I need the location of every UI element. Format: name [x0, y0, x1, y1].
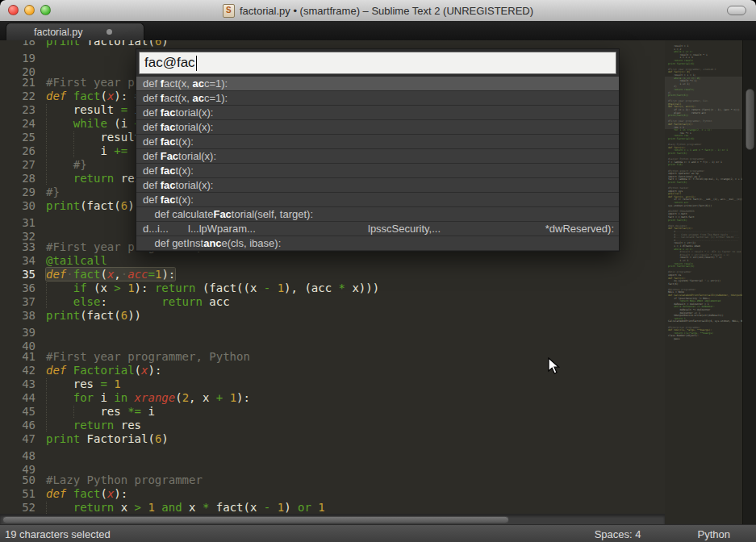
- line-number[interactable]: 25: [0, 131, 36, 144]
- goto-result-row[interactable]: def fact(x):: [136, 164, 619, 178]
- line-number[interactable]: 26: [0, 144, 36, 158]
- indent-guide-line: [46, 173, 47, 185]
- close-traffic-light-icon[interactable]: [8, 5, 19, 15]
- horizontal-scrollbar-thumb[interactable]: [2, 516, 509, 523]
- line-number[interactable]: 18: [0, 40, 36, 48]
- minimap[interactable]: result = 1 i = 2 while i <= x: result = …: [665, 40, 742, 524]
- line-number[interactable]: 44: [0, 391, 36, 405]
- indent-guide-line: [46, 502, 47, 514]
- code-line[interactable]: 36 if (x > 1): return (fact((x - 1), (ac…: [0, 281, 665, 295]
- line-number[interactable]: 45: [0, 405, 36, 419]
- goto-result-row[interactable]: def factorial(x):: [136, 120, 619, 135]
- selected-text: def·fact(x,·acc=1):: [46, 268, 175, 281]
- line-number[interactable]: 24: [0, 117, 36, 131]
- code-line[interactable]: 39: [0, 323, 665, 336]
- line-number[interactable]: 52: [0, 501, 36, 514]
- goto-result-fragment: lpsscSecurity,...: [368, 222, 441, 236]
- code-line[interactable]: 47print Factorial(6): [0, 432, 665, 446]
- toolbar-lozenge-icon[interactable]: [727, 6, 746, 15]
- goto-result-row[interactable]: def fact(x):: [136, 135, 619, 149]
- minimize-traffic-light-icon[interactable]: [24, 5, 35, 15]
- code-text: #First year programmer, Python: [46, 350, 250, 364]
- line-number[interactable]: 33: [0, 240, 36, 254]
- goto-anything-results: def fact(x, acc=1):def fact(x, acc=1):de…: [136, 77, 619, 251]
- code-text: def·fact(x,·acc=1):: [46, 268, 175, 281]
- minimap-viewport[interactable]: [665, 77, 742, 129]
- goto-result-row[interactable]: def getInstance(cls, ibase):: [136, 236, 619, 251]
- line-number[interactable]: 51: [0, 487, 36, 501]
- line-number[interactable]: 28: [0, 172, 36, 186]
- goto-result-row[interactable]: def factorial(x):: [136, 178, 619, 193]
- line-number[interactable]: 36: [0, 281, 36, 295]
- line-number[interactable]: 29: [0, 186, 36, 199]
- goto-result-row[interactable]: def factorial(x):: [136, 106, 619, 120]
- indent-guide-line: [46, 419, 47, 432]
- selection-status: 19 characters selected: [0, 528, 595, 540]
- indent-guide-line: [46, 392, 47, 404]
- goto-result-row[interactable]: def fact(x):: [136, 193, 619, 207]
- tab-factorial-py[interactable]: factorial.py: [6, 23, 144, 40]
- code-line[interactable]: 41#First year programmer, Python: [0, 350, 665, 364]
- line-number[interactable]: 38: [0, 309, 36, 323]
- goto-result-row[interactable]: def calculateFactorial(self, target):: [136, 207, 619, 222]
- vertical-scrollbar-thumb[interactable]: [746, 89, 754, 150]
- syntax-selector-button[interactable]: Python: [698, 528, 730, 540]
- line-number[interactable]: 37: [0, 295, 36, 309]
- line-number[interactable]: 43: [0, 377, 36, 391]
- title-bar[interactable]: S factorial.py • (smartframe) – Sublime …: [0, 0, 756, 22]
- indent-settings-button[interactable]: Spaces: 4: [595, 528, 641, 540]
- code-line[interactable]: 35def·fact(x,·acc=1):: [0, 268, 665, 281]
- indent-guide-line: [46, 104, 47, 116]
- goto-result-row[interactable]: d...i...l...lpWparam...lpsscSecurity,...…: [136, 222, 619, 236]
- code-line[interactable]: 50#Lazy Python programmer: [0, 473, 665, 487]
- line-number[interactable]: 46: [0, 419, 36, 432]
- code-text: return res: [46, 419, 141, 432]
- indent-guide-line: [46, 145, 47, 157]
- line-number[interactable]: 27: [0, 158, 36, 172]
- tab-label: factorial.py: [34, 27, 82, 38]
- code-text: def Factorial(x):: [46, 364, 161, 377]
- code-line[interactable]: 48: [0, 446, 665, 460]
- goto-result-row[interactable]: def fact(x, acc=1):: [136, 77, 619, 91]
- line-number[interactable]: 21: [0, 76, 36, 90]
- code-text: def fact(x): #{: [46, 90, 148, 103]
- line-number[interactable]: 42: [0, 364, 36, 377]
- line-number[interactable]: 22: [0, 90, 36, 103]
- code-line[interactable]: 49: [0, 460, 665, 473]
- line-number[interactable]: 34: [0, 254, 36, 268]
- code-text: res *= i: [46, 405, 155, 419]
- code-line[interactable]: 44 for i in xrange(2, x + 1):: [0, 391, 665, 405]
- goto-result-row[interactable]: def fact(x, acc=1):: [136, 91, 619, 106]
- traffic-lights: [8, 5, 51, 15]
- indent-guide-line: [46, 159, 47, 171]
- line-number[interactable]: 35: [0, 268, 36, 281]
- code-line[interactable]: 45 res *= i: [0, 405, 665, 419]
- code-text: #Lazy Python programmer: [46, 473, 203, 487]
- code-line[interactable]: 40: [0, 336, 665, 350]
- line-number[interactable]: 23: [0, 103, 36, 117]
- goto-result-row[interactable]: def Factorial(x):: [136, 149, 619, 164]
- line-number[interactable]: 47: [0, 432, 36, 446]
- code-line[interactable]: 38print(fact(6)): [0, 309, 665, 323]
- code-line[interactable]: 34@tailcall: [0, 254, 665, 268]
- sublime-window: S factorial.py • (smartframe) – Sublime …: [0, 0, 756, 542]
- code-line[interactable]: 43 res = 1: [0, 377, 665, 391]
- line-number[interactable]: 50: [0, 473, 36, 487]
- indent-guide-line: [46, 406, 47, 418]
- line-number[interactable]: 41: [0, 350, 36, 364]
- code-line[interactable]: 46 return res: [0, 419, 665, 432]
- code-text: for i in xrange(2, x + 1):: [46, 391, 250, 405]
- code-line[interactable]: 52 return x > 1 and x * fact(x - 1) or 1: [0, 501, 665, 514]
- code-line[interactable]: 51def fact(x):: [0, 487, 665, 501]
- vertical-scrollbar[interactable]: [742, 40, 756, 524]
- line-number[interactable]: 30: [0, 199, 36, 213]
- code-line[interactable]: 18print factorial(6): [0, 40, 665, 48]
- goto-result-fragment: d...i...: [143, 222, 169, 236]
- zoom-traffic-light-icon[interactable]: [40, 5, 51, 15]
- code-text: i += 1;: [46, 144, 148, 158]
- code-line[interactable]: 42def Factorial(x):: [0, 364, 665, 377]
- horizontal-scrollbar[interactable]: [0, 514, 665, 525]
- code-line[interactable]: 37 else: return acc: [0, 295, 665, 309]
- goto-anything-input[interactable]: fac@fac: [139, 52, 616, 74]
- goto-result-fragment: l...lpWparam...: [188, 222, 256, 236]
